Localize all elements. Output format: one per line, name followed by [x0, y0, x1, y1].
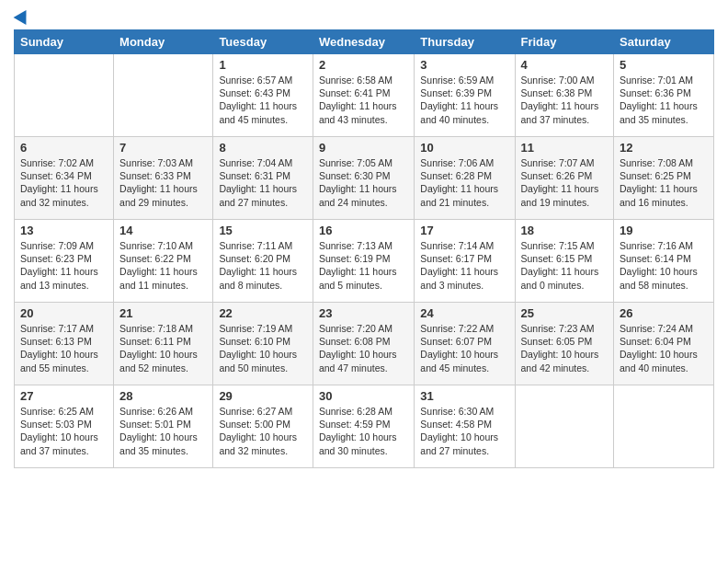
day-number: 12	[620, 141, 708, 155]
day-content: Sunrise: 7:03 AM Sunset: 6:33 PM Dayligh…	[119, 156, 207, 209]
calendar-day-cell: 5Sunrise: 7:01 AM Sunset: 6:36 PM Daylig…	[614, 54, 714, 137]
day-content: Sunrise: 7:04 AM Sunset: 6:31 PM Dayligh…	[219, 156, 307, 209]
calendar-day-cell: 17Sunrise: 7:14 AM Sunset: 6:17 PM Dayli…	[415, 220, 515, 303]
day-content: Sunrise: 7:15 AM Sunset: 6:15 PM Dayligh…	[521, 239, 609, 292]
day-number: 31	[420, 389, 508, 403]
day-content: Sunrise: 6:30 AM Sunset: 4:58 PM Dayligh…	[420, 405, 508, 457]
calendar-day-cell: 29Sunrise: 6:27 AM Sunset: 5:00 PM Dayli…	[213, 385, 313, 468]
calendar-day-cell: 7Sunrise: 7:03 AM Sunset: 6:33 PM Daylig…	[114, 137, 213, 220]
day-content: Sunrise: 7:00 AM Sunset: 6:38 PM Dayligh…	[521, 74, 609, 126]
day-content: Sunrise: 7:24 AM Sunset: 6:04 PM Dayligh…	[620, 322, 708, 374]
calendar-day-cell: 4Sunrise: 7:00 AM Sunset: 6:38 PM Daylig…	[515, 54, 614, 137]
day-number: 25	[521, 306, 609, 320]
day-number: 27	[20, 389, 108, 403]
day-content: Sunrise: 7:16 AM Sunset: 6:14 PM Dayligh…	[620, 239, 708, 292]
calendar-day-cell: 10Sunrise: 7:06 AM Sunset: 6:28 PM Dayli…	[415, 137, 515, 220]
header	[14, 9, 714, 22]
day-content: Sunrise: 7:18 AM Sunset: 6:11 PM Dayligh…	[119, 322, 207, 374]
calendar-day-cell: 26Sunrise: 7:24 AM Sunset: 6:04 PM Dayli…	[614, 303, 714, 385]
day-content: Sunrise: 7:19 AM Sunset: 6:10 PM Dayligh…	[219, 322, 307, 374]
calendar-day-cell: 13Sunrise: 7:09 AM Sunset: 6:23 PM Dayli…	[15, 220, 114, 303]
day-number: 15	[219, 224, 307, 237]
day-content: Sunrise: 7:11 AM Sunset: 6:20 PM Dayligh…	[219, 239, 307, 292]
day-number: 24	[420, 306, 508, 320]
calendar-day-cell	[515, 385, 614, 468]
day-content: Sunrise: 7:13 AM Sunset: 6:19 PM Dayligh…	[319, 239, 408, 292]
day-content: Sunrise: 6:57 AM Sunset: 6:43 PM Dayligh…	[219, 74, 307, 126]
calendar-day-cell: 2Sunrise: 6:58 AM Sunset: 6:41 PM Daylig…	[313, 54, 414, 137]
calendar-week-row: 27Sunrise: 6:25 AM Sunset: 5:03 PM Dayli…	[15, 385, 714, 468]
day-content: Sunrise: 6:28 AM Sunset: 4:59 PM Dayligh…	[319, 405, 408, 457]
day-number: 8	[219, 141, 307, 155]
calendar-day-cell: 22Sunrise: 7:19 AM Sunset: 6:10 PM Dayli…	[213, 303, 313, 385]
day-number: 29	[219, 389, 307, 403]
day-content: Sunrise: 7:23 AM Sunset: 6:05 PM Dayligh…	[521, 322, 609, 374]
day-content: Sunrise: 7:17 AM Sunset: 6:13 PM Dayligh…	[20, 322, 108, 374]
day-number: 28	[119, 389, 207, 403]
calendar-day-cell	[614, 385, 714, 468]
calendar-day-cell: 20Sunrise: 7:17 AM Sunset: 6:13 PM Dayli…	[15, 303, 114, 385]
calendar-week-row: 13Sunrise: 7:09 AM Sunset: 6:23 PM Dayli…	[15, 220, 714, 303]
day-content: Sunrise: 6:58 AM Sunset: 6:41 PM Dayligh…	[319, 74, 408, 126]
day-content: Sunrise: 7:10 AM Sunset: 6:22 PM Dayligh…	[119, 239, 207, 292]
day-content: Sunrise: 7:06 AM Sunset: 6:28 PM Dayligh…	[420, 156, 508, 209]
calendar-day-cell: 12Sunrise: 7:08 AM Sunset: 6:25 PM Dayli…	[614, 137, 714, 220]
calendar-day-header: Thursday	[415, 30, 515, 54]
day-number: 18	[521, 224, 609, 237]
day-number: 10	[420, 141, 508, 155]
calendar-day-cell: 9Sunrise: 7:05 AM Sunset: 6:30 PM Daylig…	[313, 137, 414, 220]
day-number: 23	[319, 306, 408, 320]
calendar-week-row: 6Sunrise: 7:02 AM Sunset: 6:34 PM Daylig…	[15, 137, 714, 220]
logo	[14, 9, 30, 22]
day-number: 7	[119, 141, 207, 155]
calendar-day-cell: 3Sunrise: 6:59 AM Sunset: 6:39 PM Daylig…	[415, 54, 515, 137]
calendar-day-cell: 18Sunrise: 7:15 AM Sunset: 6:15 PM Dayli…	[515, 220, 614, 303]
calendar-day-cell: 27Sunrise: 6:25 AM Sunset: 5:03 PM Dayli…	[15, 385, 114, 468]
calendar-day-cell: 11Sunrise: 7:07 AM Sunset: 6:26 PM Dayli…	[515, 137, 614, 220]
day-content: Sunrise: 6:59 AM Sunset: 6:39 PM Dayligh…	[420, 74, 508, 126]
day-content: Sunrise: 7:01 AM Sunset: 6:36 PM Dayligh…	[620, 74, 708, 126]
day-content: Sunrise: 7:05 AM Sunset: 6:30 PM Dayligh…	[319, 156, 408, 209]
day-number: 13	[20, 224, 108, 237]
day-number: 3	[420, 58, 508, 72]
day-number: 30	[319, 389, 408, 403]
logo-triangle-icon	[14, 6, 33, 25]
day-number: 11	[521, 141, 609, 155]
calendar-day-cell: 28Sunrise: 6:26 AM Sunset: 5:01 PM Dayli…	[114, 385, 213, 468]
day-number: 4	[521, 58, 609, 72]
calendar-day-cell: 31Sunrise: 6:30 AM Sunset: 4:58 PM Dayli…	[415, 385, 515, 468]
day-number: 14	[119, 224, 207, 237]
calendar-day-cell: 6Sunrise: 7:02 AM Sunset: 6:34 PM Daylig…	[15, 137, 114, 220]
calendar-day-header: Sunday	[15, 30, 114, 54]
day-number: 19	[620, 224, 708, 237]
calendar-day-cell	[114, 54, 213, 137]
day-number: 1	[219, 58, 307, 72]
calendar-day-cell: 24Sunrise: 7:22 AM Sunset: 6:07 PM Dayli…	[415, 303, 515, 385]
day-content: Sunrise: 7:07 AM Sunset: 6:26 PM Dayligh…	[521, 156, 609, 209]
calendar-day-cell: 21Sunrise: 7:18 AM Sunset: 6:11 PM Dayli…	[114, 303, 213, 385]
calendar-day-cell	[15, 54, 114, 137]
calendar-day-header: Monday	[114, 30, 213, 54]
calendar-day-cell: 19Sunrise: 7:16 AM Sunset: 6:14 PM Dayli…	[614, 220, 714, 303]
day-content: Sunrise: 6:25 AM Sunset: 5:03 PM Dayligh…	[20, 405, 108, 457]
day-number: 17	[420, 224, 508, 237]
calendar-week-row: 20Sunrise: 7:17 AM Sunset: 6:13 PM Dayli…	[15, 303, 714, 385]
calendar-day-header: Friday	[515, 30, 614, 54]
calendar-day-cell: 15Sunrise: 7:11 AM Sunset: 6:20 PM Dayli…	[213, 220, 313, 303]
calendar-table: SundayMondayTuesdayWednesdayThursdayFrid…	[14, 29, 714, 468]
day-number: 2	[319, 58, 408, 72]
calendar-day-cell: 30Sunrise: 6:28 AM Sunset: 4:59 PM Dayli…	[313, 385, 414, 468]
calendar-day-cell: 25Sunrise: 7:23 AM Sunset: 6:05 PM Dayli…	[515, 303, 614, 385]
calendar-day-header: Wednesday	[313, 30, 414, 54]
day-content: Sunrise: 7:14 AM Sunset: 6:17 PM Dayligh…	[420, 239, 508, 292]
day-number: 21	[119, 306, 207, 320]
day-content: Sunrise: 7:20 AM Sunset: 6:08 PM Dayligh…	[319, 322, 408, 374]
calendar-day-cell: 1Sunrise: 6:57 AM Sunset: 6:43 PM Daylig…	[213, 54, 313, 137]
day-content: Sunrise: 7:09 AM Sunset: 6:23 PM Dayligh…	[20, 239, 108, 292]
calendar-day-cell: 8Sunrise: 7:04 AM Sunset: 6:31 PM Daylig…	[213, 137, 313, 220]
day-content: Sunrise: 7:22 AM Sunset: 6:07 PM Dayligh…	[420, 322, 508, 374]
day-number: 20	[20, 306, 108, 320]
calendar-day-header: Saturday	[614, 30, 714, 54]
calendar-day-header: Tuesday	[213, 30, 313, 54]
day-number: 6	[20, 141, 108, 155]
